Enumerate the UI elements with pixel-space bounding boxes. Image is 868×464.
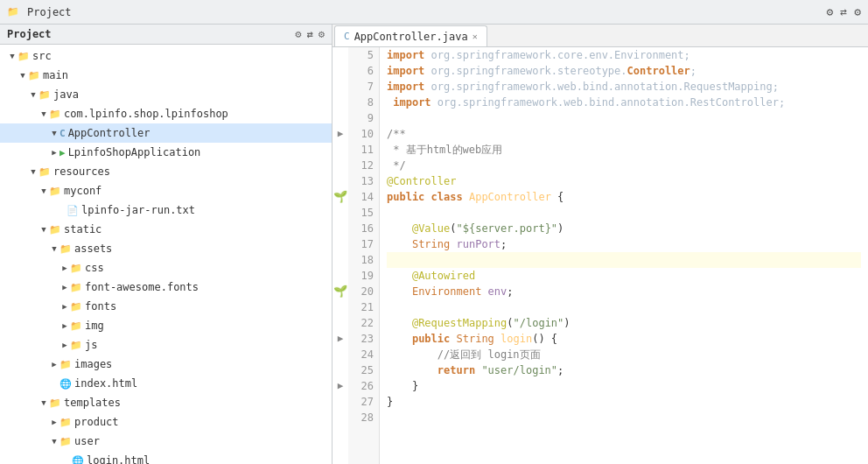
folder-icon-js: 📁 (70, 340, 82, 351)
tree-loginhtml[interactable]: 🌐 login.html (0, 451, 332, 464)
code-gutter: ▶ 🌱 🌱 ▶ ▶ (332, 47, 348, 464)
gutter-26[interactable]: ▶ (332, 378, 348, 394)
folder-icon-myconf: 📁 (49, 186, 61, 197)
leaf-icon: 🌱 (333, 285, 347, 298)
tree-indexhtml[interactable]: 🌐 index.html (0, 374, 332, 393)
tree-img[interactable]: ▶ 📁 img (0, 316, 332, 335)
line-6: import org.springframework.stereotype.Co… (387, 63, 861, 79)
folder-icon-src: 📁 (18, 51, 30, 62)
line-14: public class AppController { (387, 189, 861, 205)
ln-19: 19 (354, 268, 374, 284)
folder-icon-main: 📁 (28, 70, 40, 81)
folder-icon-fonts: 📁 (70, 301, 82, 313)
ln-11: 11 (354, 142, 374, 158)
line-22: @RequestMapping("/login") (387, 315, 861, 331)
tab-label-appcontroller: AppController.java (354, 31, 468, 43)
tree-images[interactable]: ▶ 📁 images (0, 355, 332, 374)
java-app-icon-lpinfoshopapp: ▶ (60, 147, 66, 158)
ln-25: 25 (354, 362, 374, 378)
label-assets: assets (74, 243, 112, 255)
gutter-15 (332, 205, 348, 221)
gutter-13 (332, 173, 348, 189)
html-icon-indexhtml: 🌐 (60, 378, 72, 390)
arrow-js: ▶ (60, 341, 70, 349)
gutter-16 (332, 221, 348, 236)
tree-assets[interactable]: ▼ 📁 assets (0, 239, 332, 258)
project-diff-icon[interactable]: ⇄ (307, 28, 313, 40)
tree-fonts[interactable]: ▶ 📁 fonts (0, 297, 332, 316)
label-product: product (74, 416, 119, 428)
line-24: //返回到 login页面 (387, 347, 861, 362)
settings-icon[interactable]: ⚙ (827, 5, 834, 18)
java-ctrl-icon-appcontroller: C (60, 128, 66, 139)
arrow-img: ▶ (60, 321, 70, 330)
project-header: Project ⚙ ⇄ ⚙ (0, 25, 332, 45)
arrow-templates: ▼ (38, 398, 49, 407)
tree-fonts2[interactable]: ▶ 📁 font-awesome.fonts (0, 278, 332, 297)
gear-icon[interactable]: ⚙ (854, 5, 861, 18)
tab-appcontroller[interactable]: C AppController.java ✕ (334, 25, 487, 46)
project-gear-icon[interactable]: ⚙ (318, 28, 325, 40)
tab-close-icon[interactable]: ✕ (472, 32, 478, 41)
ln-6: 6 (354, 63, 374, 79)
label-fonts: fonts (85, 300, 116, 313)
line-18 (387, 252, 861, 268)
label-indexhtml: index.html (74, 377, 137, 390)
arrow-resources: ▼ (28, 167, 38, 176)
label-myconf: myconf (64, 185, 102, 197)
arrow-user: ▼ (49, 437, 60, 446)
gutter-23[interactable]: ▶ (332, 331, 348, 347)
tree-appcontroller[interactable]: ▼ C AppController (0, 123, 332, 143)
ln-9: 9 (354, 110, 374, 126)
tree-lpinfojar[interactable]: 📄 lpinfo-jar-run.txt (0, 200, 332, 220)
line-11: * 基于html的web应用 (387, 142, 861, 158)
tree-user[interactable]: ▼ 📁 user (0, 432, 332, 451)
label-loginhtml: login.html (87, 454, 150, 464)
folder-icon-com: 📁 (49, 109, 61, 120)
folder-icon-product: 📁 (60, 417, 72, 428)
tree-src[interactable]: ▼ 📁 src (0, 46, 332, 66)
ln-18: 18 (354, 252, 374, 268)
folder-icon-assets: 📁 (60, 243, 72, 255)
tree-java[interactable]: ▼ 📁 java (0, 85, 332, 104)
ln-8: 8 (354, 95, 374, 110)
main-layout: Project ⚙ ⇄ ⚙ ▼ 📁 src ▼ 📁 main (0, 25, 868, 464)
gutter-19 (332, 268, 348, 284)
tree-product[interactable]: ▶ 📁 product (0, 412, 332, 432)
code-content-area[interactable]: ▶ 🌱 🌱 ▶ ▶ (332, 47, 868, 464)
gutter-10[interactable]: ▶ (332, 126, 348, 142)
tree-lpinfoshopapp[interactable]: ▶ ▶ LpinfoShopApplication (0, 143, 332, 162)
tree-resources[interactable]: ▼ 📁 resources (0, 162, 332, 181)
arrow-fonts: ▶ (60, 302, 70, 311)
gutter-6 (332, 63, 348, 79)
arrow-assets: ▼ (49, 244, 60, 253)
gutter-11 (332, 142, 348, 158)
bean-icon: 🌱 (333, 190, 347, 203)
tree-myconf[interactable]: ▼ 📁 myconf (0, 181, 332, 200)
gutter-5 (332, 47, 348, 63)
folder-icon-css: 📁 (70, 263, 82, 274)
file-icon-lpinfojar: 📄 (66, 205, 79, 216)
gutter-22 (332, 315, 348, 331)
diff-icon[interactable]: ⇄ (840, 5, 847, 18)
project-settings-icon[interactable]: ⚙ (295, 28, 301, 40)
ln-24: 24 (354, 347, 374, 362)
label-images: images (74, 358, 112, 370)
tree-main[interactable]: ▼ 📁 main (0, 66, 332, 85)
label-fonts2: font-awesome.fonts (85, 281, 199, 293)
gutter-7 (332, 79, 348, 95)
folder-icon-images: 📁 (60, 359, 72, 370)
tree-templates[interactable]: ▼ 📁 templates (0, 393, 332, 412)
tree-static[interactable]: ▼ 📁 static (0, 220, 332, 239)
arrow-java: ▼ (28, 90, 38, 99)
label-com: com.lpinfo.shop.lpinfoshop (64, 108, 228, 120)
tree-js[interactable]: ▶ 📁 js (0, 335, 332, 355)
tree-css[interactable]: ▶ 📁 css (0, 258, 332, 278)
code-lines[interactable]: import org.springframework.core.env.Envi… (380, 47, 868, 464)
gutter-27 (332, 394, 348, 410)
tree-com[interactable]: ▼ 📁 com.lpinfo.shop.lpinfoshop (0, 104, 332, 123)
folder-icon-templates: 📁 (49, 397, 61, 409)
line-27: } (387, 394, 861, 410)
gutter-25 (332, 362, 348, 378)
line-9 (387, 110, 861, 126)
